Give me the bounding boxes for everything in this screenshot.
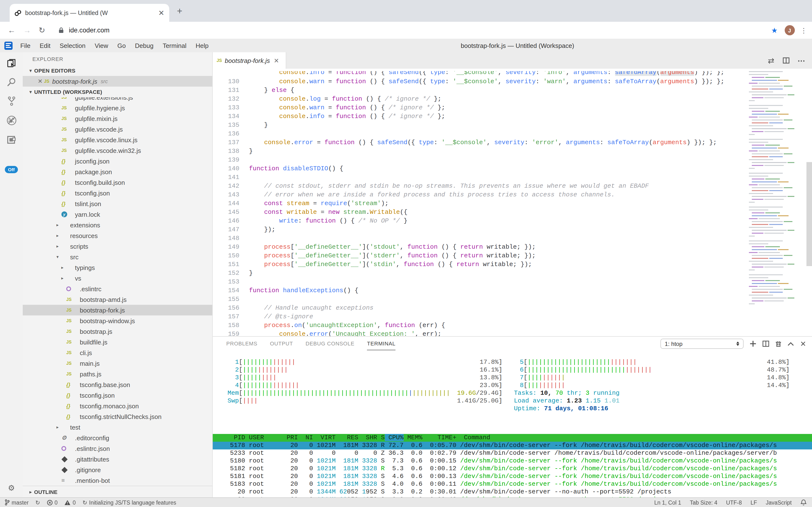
file-row-tsconfig.strictNullChecks.json[interactable]: {}tsconfig.strictNullChecks.json [23,411,212,422]
file-row-.editorconfig[interactable]: ⚙.editorconfig [23,433,212,443]
htop-process-row[interactable]: 5233 root 20 0 0 0 0 Z 36.3 0.0 0:02.79 … [213,449,812,457]
workspace-header[interactable]: ▾ UNTITLED (WORKSPACE) [23,87,212,97]
menu-edit[interactable]: Edit [40,42,51,49]
explorer-icon[interactable] [6,58,17,69]
file-row-buildfile.js[interactable]: JSbuildfile.js [23,337,212,347]
htop-table-header[interactable]: PID USER PRI NI VIRT RES SHR S CPU% MEM%… [213,434,812,442]
file-row-gulpfile.mixin.js[interactable]: JSgulpfile.mixin.js [23,113,212,124]
editor-tab[interactable]: JS bootstrap-fork.js ✕ [213,52,286,69]
menu-file[interactable]: File [20,42,30,49]
htop-process-row[interactable]: 20 root 20 0 1344M 62052 1952 S 3.3 0.2 … [213,488,812,496]
browser-tab[interactable]: bootstrap-fork.js — Untitled (W ✕ [10,4,169,22]
menu-selection[interactable]: Selection [60,42,85,49]
tab-close-icon[interactable]: ✕ [158,9,165,16]
file-row-cli.js[interactable]: JScli.js [23,347,212,358]
more-actions-icon[interactable]: ⋯ [798,56,805,65]
file-row-gulpfile.extensions.js[interactable]: JSgulpfile.extensions.js [23,97,212,103]
menu-debug[interactable]: Debug [135,42,153,49]
menu-view[interactable]: View [95,42,108,49]
editor-scrollbar[interactable] [806,162,812,266]
folder-row-vs[interactable]: ▸vs [23,273,212,283]
reload-icon[interactable]: ↻ [39,25,45,35]
maximize-panel-icon[interactable] [788,342,794,346]
debug-disabled-icon[interactable] [6,115,17,126]
url-text[interactable]: ide.coder.com [69,26,771,34]
file-row-tsconfig.json[interactable]: {}tsconfig.json [23,390,212,401]
errors-status[interactable]: 0 [47,500,58,505]
folder-row-src[interactable]: ▾src [23,251,212,262]
back-icon[interactable]: ← [8,26,15,35]
open-editors-header[interactable]: ▾ OPEN EDITORS [23,65,212,76]
branch-status[interactable]: master [5,499,28,506]
htop-process-row[interactable]: 5180 root 20 0 1021M 181M 3328 S 7.3 0.6… [213,457,812,465]
file-row-bootstrap-window.js[interactable]: JSbootstrap-window.js [23,316,212,326]
collaboration-off-badge[interactable]: Off [5,166,18,173]
file-row-tsconfig.base.json[interactable]: {}tsconfig.base.json [23,379,212,390]
search-icon[interactable] [6,77,17,88]
menu-terminal[interactable]: Terminal [163,42,186,49]
panel-tab-terminal[interactable]: TERMINAL [367,337,395,350]
forward-icon[interactable]: → [23,26,31,35]
panel-tab-output[interactable]: OUTPUT [270,337,293,350]
file-row-gulpfile.vscode.js[interactable]: JSgulpfile.vscode.js [23,124,212,134]
open-editor-item[interactable]: ✕ JS bootstrap-fork.js src [23,76,212,87]
split-terminal-icon[interactable] [762,341,769,347]
notifications-bell-icon[interactable] [800,499,806,506]
file-row-bootstrap.js[interactable]: JSbootstrap.js [23,326,212,337]
file-row-tsconfig.json[interactable]: {}tsconfig.json [23,188,212,199]
menu-go[interactable]: Go [118,42,126,49]
sync-status[interactable]: ↻ [35,499,40,506]
file-row-bootstrap-amd.js[interactable]: JSbootstrap-amd.js [23,294,212,305]
compare-changes-icon[interactable]: ⇄ [768,56,774,65]
file-row-tslint.json[interactable]: {}tslint.json [23,199,212,209]
terminal[interactable]: 1[||||||||||||||17.8%]5[||||||||||||||||… [213,350,812,497]
htop-process-row-selected[interactable]: 5178 root 20 0 1021M 181M 3328 R 72.7 0.… [213,442,812,449]
tab-size[interactable]: Tab Size: 4 [690,500,717,505]
encoding[interactable]: UTF-8 [726,500,742,505]
kill-terminal-icon[interactable] [775,341,781,347]
folder-row-scripts[interactable]: ▸scripts [23,241,212,251]
file-row-main.js[interactable]: JSmain.js [23,358,212,369]
browser-menu-icon[interactable]: ⋮ [800,26,807,34]
source-control-icon[interactable] [6,96,17,106]
file-row-package.json[interactable]: {}package.json [23,166,212,177]
panel-tab-debug-console[interactable]: DEBUG CONSOLE [306,337,354,350]
file-row-tsconfig.monaco.json[interactable]: {}tsconfig.monaco.json [23,401,212,411]
file-row-jsconfig.json[interactable]: {}jsconfig.json [23,156,212,166]
file-row-.gitignore[interactable]: .gitignore [23,464,212,475]
file-row-gulpfile.vscode.win32.js[interactable]: JSgulpfile.vscode.win32.js [23,145,212,156]
settings-gear-icon[interactable]: ⚙ [0,483,23,493]
file-row-.mention-bot[interactable]: ≡.mention-bot [23,475,212,486]
folder-row-resources[interactable]: ▸resources [23,230,212,241]
panel-tab-problems[interactable]: PROBLEMS [226,337,257,350]
new-terminal-icon[interactable] [750,341,756,347]
folder-row-typings[interactable]: ▸typings [23,262,212,273]
cursor-position[interactable]: Ln 1, Col 1 [654,500,681,505]
file-row-.eslintrc[interactable]: .eslintrc [23,283,212,294]
new-tab-button[interactable]: + [177,6,182,16]
file-row-bootstrap-fork.js[interactable]: JSbootstrap-fork.js [23,305,212,316]
folder-row-extensions[interactable]: ▸extensions [23,220,212,230]
browser-avatar[interactable]: J [785,25,795,35]
close-icon[interactable]: ✕ [36,78,44,84]
terminal-select[interactable]: 1: htop [661,339,744,349]
language-features-status[interactable]: ↻ Initializing JS/TS language features [82,499,176,506]
warnings-status[interactable]: 0 [64,500,76,505]
close-panel-icon[interactable]: ✕ [800,339,806,348]
file-row-.eslintrc.json[interactable]: .eslintrc.json [23,443,212,454]
split-editor-icon[interactable] [783,57,789,64]
file-row-tsconfig.build.json[interactable]: {}tsconfig.build.json [23,177,212,188]
file-row-yarn.lock[interactable]: yyarn.lock [23,209,212,220]
eol[interactable]: LF [751,500,757,505]
folder-row-test[interactable]: ▸test [23,422,212,433]
file-row-gulpfile.hygiene.js[interactable]: JSgulpfile.hygiene.js [23,103,212,113]
htop-process-row[interactable]: 5181 root 20 0 1021M 181M 3328 S 4.6 0.6… [213,473,812,481]
close-icon[interactable]: ✕ [274,57,279,64]
file-row-paths.js[interactable]: JSpaths.js [23,369,212,379]
outline-header[interactable]: ▸ OUTLINE [23,486,212,497]
code-editor[interactable]: console.info = function () { safeSend({ … [213,69,812,336]
bookmark-star-icon[interactable]: ★ [771,26,778,35]
minimap[interactable] [748,70,806,331]
file-row-gulpfile.vscode.linux.js[interactable]: JSgulpfile.vscode.linux.js [23,134,212,145]
htop-process-row[interactable]: 5183 root 20 0 1021M 181M 3328 S 4.0 0.6… [213,481,812,488]
